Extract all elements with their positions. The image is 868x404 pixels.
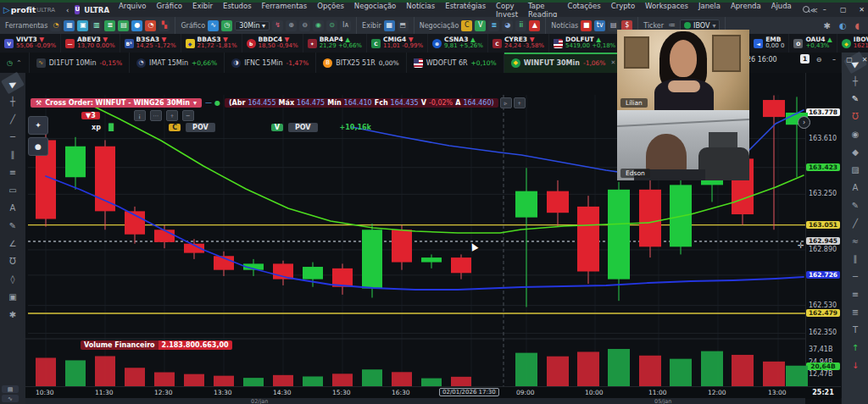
restore-chart-button[interactable]: ▢: [843, 54, 855, 64]
ohlc-label: Fch: [375, 99, 388, 107]
candle-13:00: [763, 100, 785, 117]
ohlc-value: 164.475: [297, 99, 325, 107]
profit-ultra-window: ▷ profit ULTRA ‹ U ULTRA ArquivoGráficoE…: [0, 0, 868, 404]
volume-indicator-label[interactable]: Volume Financeiro 2.183.800.663,00: [81, 340, 232, 350]
candle-17:30: [451, 257, 471, 273]
volume-bar: [65, 360, 86, 386]
ohlc-label: V: [421, 99, 426, 107]
candle-09:30: [547, 191, 569, 213]
chair: [698, 147, 749, 180]
sell-chip[interactable]: V: [271, 124, 283, 131]
volume-bar: [95, 356, 115, 386]
volume-bar: [515, 353, 537, 386]
dove-icon[interactable]: ✦: [28, 116, 48, 135]
candle-15:30: [332, 268, 353, 287]
candle-16:00: [362, 230, 382, 288]
volume-bar: [786, 366, 808, 386]
volume-bar: [36, 357, 56, 386]
volume-bar: [362, 369, 382, 386]
cross-order-buttons: ▹＋: [498, 97, 526, 108]
order-mini-button[interactable]: ¡: [134, 110, 146, 121]
window-count-badge: 1: [800, 54, 810, 64]
ohlc-label: Mín: [327, 99, 341, 107]
volume-bar: [701, 351, 723, 386]
wave-icon[interactable]: ∿: [2, 395, 19, 402]
order-mini-buttons: ¡⋯＋−: [132, 110, 194, 121]
wall-frame: [624, 36, 649, 69]
gear-icon: ⚒: [36, 99, 42, 107]
volume-bar: [421, 379, 442, 386]
webcam-lilian[interactable]: Lílian: [617, 30, 749, 110]
volume-bar: [273, 375, 293, 386]
webcam-name-label: Lílian: [620, 98, 648, 108]
ohlc-value: 164.460): [463, 99, 493, 107]
link-icon[interactable]: ⊖: [813, 54, 825, 64]
wall-shelf: [712, 35, 741, 72]
order-panel: xp ▐▌ C POV V POV +10,16k: [92, 123, 371, 132]
webcam-name-label: Edson: [620, 169, 650, 178]
order-mini-button[interactable]: ⋯: [150, 110, 162, 121]
cross-order-mini-button[interactable]: ＋: [514, 97, 526, 108]
floating-tools: ✦●: [28, 116, 48, 158]
account-label: xp: [92, 124, 101, 131]
candle-10:00: [577, 207, 599, 272]
volume-bar: [392, 372, 412, 386]
buy-pov-button[interactable]: POV: [186, 123, 215, 132]
volume-bar: [154, 373, 175, 386]
volume-bar: [243, 378, 264, 386]
cross-order-mini-button[interactable]: ▹: [500, 97, 512, 108]
volume-bar: [639, 356, 661, 386]
person-hands: [668, 80, 700, 92]
candle-12:30: [154, 230, 175, 242]
volume-bar: [670, 359, 692, 386]
ohlc-label: A: [455, 99, 460, 107]
ohlc-value: 164.455: [248, 99, 275, 107]
ohlc-label: (Abr: [229, 99, 246, 107]
position-row: ▼3 ¡⋯＋−: [81, 110, 194, 121]
candle-11:30: [95, 147, 115, 212]
layers-icon[interactable]: ▤: [2, 385, 19, 393]
cross-order-title: Cross Order: WINFUT - WING26 30Min: [45, 99, 190, 107]
cross-order-pill[interactable]: ⚒ Cross Order: WINFUT - WING26 30Min ▾: [31, 98, 202, 108]
volume-bar: [608, 349, 630, 386]
candle-10:30: [608, 190, 630, 279]
volume-bar: [184, 374, 204, 386]
ohlc-readout: (Abr164.455Máx164.475Mín164.410Fch164.43…: [225, 98, 498, 108]
volume-label: Volume Financeiro: [81, 340, 159, 350]
dot-icon[interactable]: ●: [214, 99, 220, 107]
candle-16:30: [392, 230, 412, 262]
volume-bar: [332, 374, 353, 386]
order-mini-button[interactable]: −: [182, 110, 194, 121]
close-chart-button[interactable]: ✕: [859, 54, 868, 64]
candle-09:00: [515, 191, 537, 218]
corner-tools: ▤∿: [2, 385, 19, 404]
ohlc-label: Máx: [279, 99, 295, 107]
minimize-chart-button[interactable]: –: [828, 54, 840, 64]
buy-chip[interactable]: C: [169, 124, 181, 131]
chart-window-controls: 1⊖–▢✕: [800, 54, 868, 64]
axis-scale-icon[interactable]: ✛: [798, 241, 804, 250]
axis-collapse-button[interactable]: ›: [798, 116, 810, 129]
volume-bar: [577, 351, 599, 386]
volume-bar: [451, 377, 471, 386]
sphere-icon[interactable]: ●: [28, 137, 48, 156]
ohlc-value: -0,02%: [429, 99, 453, 107]
candle-17:00: [421, 257, 442, 262]
person-face: [670, 40, 697, 77]
order-mini-button[interactable]: ＋: [166, 110, 178, 121]
volume-value: 2.183.800.663,00: [159, 340, 232, 350]
position-badge[interactable]: ▼3: [81, 112, 100, 119]
candle-15:00: [303, 267, 323, 279]
chevron-down-icon: ▾: [193, 99, 197, 107]
ohlc-value: 164.410: [344, 99, 372, 107]
sell-pov-button[interactable]: POV: [288, 123, 318, 132]
volume-bar: [763, 362, 785, 386]
volume-bar: [214, 376, 234, 386]
volume-bar: [303, 376, 323, 386]
ohlc-value: 164.435: [391, 99, 419, 107]
volume-bar: [732, 355, 754, 386]
candle-11:00: [639, 190, 661, 246]
dash-icon[interactable]: —: [205, 99, 212, 107]
volume-bar: [125, 368, 145, 386]
webcam-edson[interactable]: Edson: [617, 110, 749, 180]
